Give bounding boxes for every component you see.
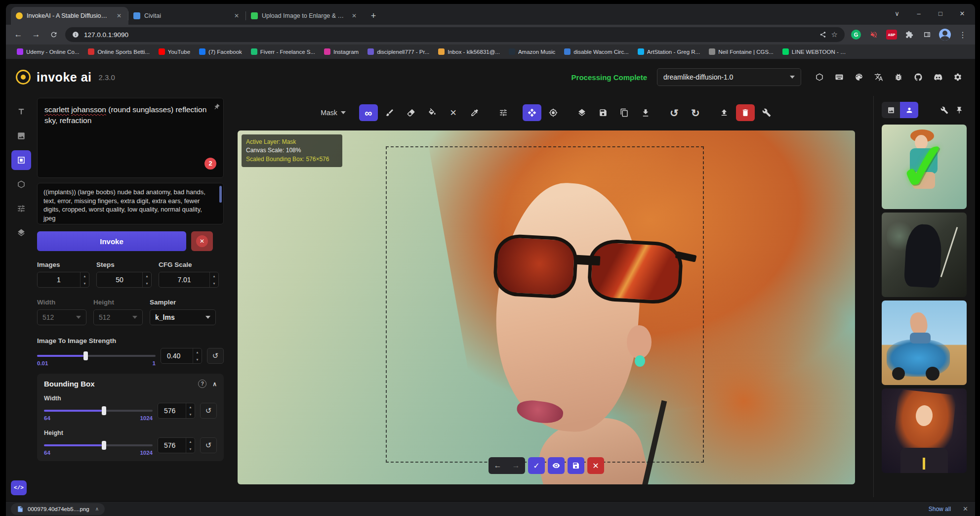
download-image-icon[interactable] [636,104,655,121]
bookmark-facebook[interactable]: (7) Facebook [195,47,246,56]
bbox-width-reset-button[interactable]: ↺ [200,403,217,419]
bookmark-instagram[interactable]: Instagram [320,47,363,56]
stepper-down-icon[interactable]: ▼ [186,411,195,418]
strength-slider[interactable]: 0.01 1 [37,349,156,362]
tab-postprocessing[interactable] [11,199,31,218]
width-select[interactable]: 512 [37,309,86,325]
bbox-width-value[interactable]: 576 [158,403,186,418]
settings-gear-icon[interactable] [950,70,965,85]
discard-image-button[interactable]: ✕ [587,457,604,474]
bookmark-artstation[interactable]: ArtStation - Greg R... [634,47,704,56]
side-panel-icon[interactable] [921,28,934,41]
bookmark-neil-fontaine[interactable]: Neil Fontaine | CGS... [705,47,777,56]
stepper-down-icon[interactable]: ▼ [81,280,89,287]
bbox-height-input[interactable]: 576 ▲▼ [158,437,195,453]
pin-gallery-icon[interactable] [952,103,967,118]
forward-button[interactable]: → [30,28,42,41]
model-manager-icon[interactable] [812,70,827,85]
close-window-button[interactable]: ✕ [952,6,972,21]
stepper-up-icon[interactable]: ▲ [143,272,151,280]
tab-close-icon[interactable]: ✕ [232,11,241,20]
bbox-width-input[interactable]: 576 ▲▼ [158,403,195,419]
stepper-up-icon[interactable]: ▲ [186,438,195,445]
github-icon[interactable] [911,70,926,85]
gallery-images-toggle-icon[interactable] [882,102,900,118]
invoke-button[interactable]: Invoke [37,231,186,251]
steps-value[interactable]: 50 [97,272,142,287]
stepper-up-icon[interactable]: ▲ [210,272,218,280]
bbox-height-slider-thumb[interactable] [102,441,106,450]
downloaded-file-chip[interactable]: 000979.40d74eb5....png ∧ [11,503,105,515]
prompt-input[interactable]: scarlett johansson (round sunglasses) re… [37,98,224,178]
bookmark-star-icon[interactable]: ☆ [831,30,838,39]
stepper-down-icon[interactable]: ▼ [143,280,151,287]
preserve-masked-icon[interactable]: ∞ [359,104,378,121]
gallery-thumbnail-1[interactable]: ✓ [882,125,967,209]
stepper-down-icon[interactable]: ▼ [186,445,195,453]
adblock-plus-icon[interactable]: ABP [885,28,898,41]
tab-unified-canvas[interactable] [11,150,31,170]
browser-menu-kebab-icon[interactable]: ⋮ [956,28,969,41]
bbox-width-slider[interactable]: 64 1024 [44,404,153,417]
extensions-puzzle-icon[interactable] [903,28,916,41]
bookmark-fiverr[interactable]: Fiverr - Freelance S... [247,47,319,56]
show-hide-image-button[interactable] [548,457,565,474]
tab-invokeai[interactable]: InvokeAI - A Stable Diffusion Tool ✕ [11,7,128,25]
gallery-thumbnail-2[interactable] [882,213,967,297]
gallery-thumbnail-3[interactable] [882,301,967,385]
reload-button[interactable] [47,28,60,41]
pin-prompt-icon[interactable] [209,101,222,114]
minimize-button[interactable]: – [909,6,929,21]
images-input[interactable]: 1 ▲▼ [37,272,89,288]
sampler-select[interactable]: k_lms [150,309,216,325]
new-tab-button[interactable]: + [367,9,380,23]
steps-input[interactable]: 50 ▲▼ [96,272,152,288]
color-picker-icon[interactable] [465,104,484,121]
tab-close-icon[interactable]: ✕ [115,11,123,20]
bounding-box-header[interactable]: Bounding Box ? ∧ [44,380,217,388]
strength-stepper[interactable]: ▲▼ [193,348,202,363]
upload-image-icon[interactable] [715,104,734,121]
maximize-button[interactable]: □ [931,6,950,21]
stepper-up-icon[interactable]: ▲ [193,348,202,356]
omnibox[interactable]: 127.0.0.1:9090 ☆ [65,27,845,42]
help-icon[interactable]: ? [198,380,206,388]
undo-icon[interactable]: ↺ [665,104,684,121]
cfg-stepper[interactable]: ▲▼ [209,272,218,287]
cfg-scale-value[interactable]: 7.01 [159,272,209,287]
cancel-button[interactable]: ✕ [191,231,213,251]
bookmark-line-webtoon[interactable]: LINE WEBTOON - G... [778,47,851,56]
tab-civitai[interactable]: Civitai ✕ [128,7,246,25]
steps-stepper[interactable]: ▲▼ [142,272,151,287]
discord-icon[interactable] [931,70,945,85]
tab-image-to-image[interactable] [11,126,31,146]
show-all-downloads-link[interactable]: Show all [929,506,951,513]
model-select[interactable]: dreamlike-diffusion-1.0 [657,68,801,86]
redo-icon[interactable]: ↻ [686,104,705,121]
bookmark-disciplenell[interactable]: disciplenell777 - Pr... [364,47,433,56]
close-download-shelf-icon[interactable]: ✕ [963,505,968,513]
tab-nodes[interactable] [11,174,31,194]
move-tool-icon[interactable] [523,104,541,121]
clear-canvas-trash-icon[interactable] [736,104,755,121]
console-toggle-button[interactable]: </> [11,480,27,495]
layer-select[interactable]: Mask [317,105,349,121]
accept-image-button[interactable]: ✓ [528,457,545,474]
download-caret-icon[interactable]: ∧ [95,506,99,512]
bookmark-inbox[interactable]: Inbox - klk56831@... [434,47,504,56]
strength-reset-button[interactable]: ↺ [207,348,224,364]
bbox-width-slider-thumb[interactable] [102,406,106,415]
stepper-up-icon[interactable]: ▲ [81,272,89,280]
tab-upload-image[interactable]: Upload Image to Enlarge & Enha ✕ [246,7,364,25]
stepper-down-icon[interactable]: ▼ [193,356,202,363]
bookmark-youtube[interactable]: YouTube [155,47,194,56]
eraser-tool-icon[interactable] [402,104,420,121]
bbox-height-slider[interactable]: 64 1024 [44,439,153,452]
collapse-chevron-icon[interactable]: ∧ [212,381,217,387]
bbox-width-stepper[interactable]: ▲▼ [186,403,195,418]
tab-close-icon[interactable]: ✕ [350,11,359,20]
tab-text-to-image[interactable] [11,102,31,122]
unified-canvas[interactable]: Active Layer: Mask Canvas Scale: 108% Sc… [238,130,855,484]
fill-bounding-box-icon[interactable] [423,104,442,121]
mute-extension-icon[interactable] [867,28,880,41]
